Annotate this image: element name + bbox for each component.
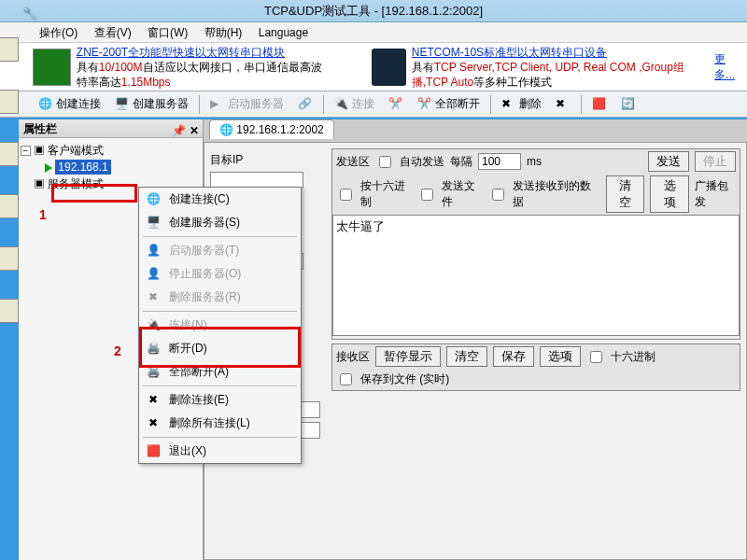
promo-link-1[interactable]: ZNE-200T全功能型快速以太网转串口模块 bbox=[77, 46, 285, 59]
disconnect-all-icon: 🖨️ bbox=[145, 365, 162, 380]
desktop-icons bbox=[0, 22, 19, 560]
hex-send-checkbox[interactable] bbox=[340, 189, 352, 201]
interval-ms-input[interactable] bbox=[478, 153, 521, 170]
server-icon: 🖥️ bbox=[115, 97, 130, 112]
tb-start-server[interactable]: ▶启动服务器 bbox=[204, 93, 289, 115]
hex-recv-checkbox[interactable] bbox=[590, 351, 602, 363]
stop-server-icon: 👤 bbox=[145, 267, 162, 282]
app-icon: 🔧 bbox=[22, 3, 37, 18]
exit-icon: 🟥 bbox=[145, 444, 162, 459]
ms-label-2: ms bbox=[527, 155, 542, 168]
delete-conn-icon: ✖ bbox=[145, 393, 162, 408]
pin-icon[interactable]: 📌 bbox=[172, 121, 186, 140]
annotation-1: 1 bbox=[39, 207, 47, 222]
ctx-delete-all-conn[interactable]: ✖删除所有连接(L) bbox=[139, 412, 301, 435]
properties-header: 属性栏 📌 ✕ bbox=[19, 119, 203, 138]
globe-icon: 🌐 bbox=[38, 97, 53, 112]
send-file-label: 发送文件 bbox=[442, 178, 483, 210]
pause-display-button[interactable]: 暂停显示 bbox=[375, 346, 441, 367]
context-menu: 🌐创建连接(C) 🖥️创建服务器(S) 👤启动服务器(T) 👤停止服务器(O) … bbox=[138, 187, 302, 464]
disconnect-icon: ✂️ bbox=[388, 97, 403, 112]
tb-disconnect-all[interactable]: ✂️全部断开 bbox=[412, 93, 486, 115]
start-icon: ▶ bbox=[210, 97, 225, 112]
send-file-checkbox[interactable] bbox=[421, 189, 433, 201]
tree-client-mode[interactable]: −▣ 客户端模式 bbox=[21, 142, 201, 159]
close-icon[interactable]: ✕ bbox=[190, 121, 199, 140]
save-file-label: 保存到文件 (实时) bbox=[360, 371, 449, 387]
ctx-create-server[interactable]: 🖥️创建服务器(S) bbox=[139, 211, 301, 234]
tb-unknown1[interactable]: 🔗 bbox=[292, 94, 318, 115]
echo-checkbox[interactable] bbox=[492, 189, 504, 201]
connect-icon: 🔌 bbox=[334, 97, 349, 112]
promo-link-2[interactable]: NETCOM-10S标准型以太网转串口设备 bbox=[412, 46, 607, 59]
delete-icon: ✖ bbox=[501, 97, 516, 112]
product-image-1 bbox=[33, 49, 71, 86]
disconnect-icon: 🖨️ bbox=[145, 342, 162, 357]
clear-recv-button[interactable]: 清空 bbox=[446, 346, 487, 367]
tb-connect[interactable]: 🔌连接 bbox=[329, 93, 380, 115]
refresh-icon: 🔄 bbox=[621, 97, 636, 112]
send-area-label: 发送区 bbox=[336, 154, 370, 170]
save-file-checkbox[interactable] bbox=[340, 373, 352, 385]
broadcast-label: 广播包发 bbox=[695, 178, 736, 210]
disconnect-all-icon: ✂️ bbox=[417, 97, 432, 112]
ctx-start-server: 👤启动服务器(T) bbox=[139, 239, 301, 262]
annotation-2: 2 bbox=[114, 343, 121, 358]
delete-server-icon: ✖ bbox=[145, 290, 162, 305]
stop-button[interactable]: 停止 bbox=[695, 151, 736, 172]
menu-help[interactable]: 帮助(H) bbox=[198, 22, 249, 44]
ctx-delete-server: ✖删除服务器(R) bbox=[139, 286, 301, 309]
delete-all-icon: ✖ bbox=[145, 416, 162, 431]
ctx-disconnect[interactable]: 🖨️断开(D) bbox=[139, 337, 301, 360]
stop-icon: 🟥 bbox=[592, 97, 607, 112]
ctx-exit[interactable]: 🟥退出(X) bbox=[139, 440, 301, 463]
send-options-button[interactable]: 选项 bbox=[650, 175, 689, 213]
recv-area-label: 接收区 bbox=[336, 349, 370, 365]
delete-icon-2: ✖ bbox=[556, 97, 571, 112]
menu-language[interactable]: Language bbox=[252, 23, 315, 42]
server-icon: 🖥️ bbox=[145, 216, 162, 231]
every-label: 每隔 bbox=[450, 154, 472, 170]
menu-view[interactable]: 查看(V) bbox=[88, 22, 138, 44]
send-textarea[interactable]: 太牛逼了 bbox=[332, 215, 740, 336]
tab-connection[interactable]: 🌐 192.168.1.2:2002 bbox=[209, 119, 334, 139]
more-link[interactable]: 更多... bbox=[714, 52, 735, 81]
send-button[interactable]: 发送 bbox=[648, 151, 689, 172]
autosend-label: 自动发送 bbox=[400, 154, 444, 170]
promo-banner: ZNE-200T全功能型快速以太网转串口模块 具有10/100M自适应以太网接口… bbox=[0, 43, 747, 91]
ctx-stop-server: 👤停止服务器(O) bbox=[139, 262, 301, 286]
start-icon: 👤 bbox=[145, 244, 162, 259]
ctx-delete-conn[interactable]: ✖删除连接(E) bbox=[139, 388, 301, 412]
tb-refresh[interactable]: 🔄 bbox=[615, 94, 641, 115]
tree-ip-node[interactable]: 192.168.1 bbox=[21, 159, 201, 175]
titlebar: 🔧 TCP&UDP测试工具 - [192.168.1.2:2002] bbox=[0, 0, 747, 22]
recv-options-button[interactable]: 选项 bbox=[540, 346, 581, 367]
play-icon bbox=[45, 163, 52, 173]
link-icon: 🔗 bbox=[298, 97, 313, 112]
tb-stop[interactable]: 🟥 bbox=[586, 94, 613, 115]
autosend-checkbox[interactable] bbox=[379, 156, 391, 168]
globe-icon: 🌐 bbox=[145, 192, 162, 207]
menubar: 操作(O) 查看(V) 窗口(W) 帮助(H) Language bbox=[0, 22, 747, 43]
ctx-create-conn[interactable]: 🌐创建连接(C) bbox=[139, 188, 301, 211]
document-tabs: 🌐 192.168.1.2:2002 bbox=[204, 119, 747, 142]
tb-disc[interactable]: ✂️ bbox=[383, 94, 409, 115]
toolbar: 🌐创建连接 🖥️创建服务器 ▶启动服务器 🔗 🔌连接 ✂️ ✂️全部断开 ✖删除… bbox=[0, 91, 747, 118]
save-button[interactable]: 保存 bbox=[493, 346, 534, 367]
menu-window[interactable]: 窗口(W) bbox=[141, 22, 194, 44]
ctx-disconnect-all[interactable]: 🖨️全部断开(A) bbox=[139, 360, 301, 384]
tree-selected-ip: 192.168.1 bbox=[55, 160, 110, 175]
clear-send-button[interactable]: 清空 bbox=[606, 175, 645, 213]
connect-icon: 🔌 bbox=[145, 318, 162, 333]
menu-op[interactable]: 操作(O) bbox=[33, 22, 84, 44]
product-image-2 bbox=[372, 49, 406, 86]
hex-send-label: 按十六进制 bbox=[360, 178, 412, 210]
ctx-connect: 🔌连接(N) bbox=[139, 314, 301, 337]
echo-label: 发送接收到的数据 bbox=[513, 178, 595, 210]
tb-del2[interactable]: ✖ bbox=[550, 94, 576, 115]
target-ip-label: 目标IP bbox=[210, 152, 261, 168]
tb-create-server[interactable]: 🖥️创建服务器 bbox=[109, 93, 194, 115]
tb-delete[interactable]: ✖删除 bbox=[496, 93, 547, 115]
hex-recv-label: 十六进制 bbox=[611, 349, 655, 365]
tb-create-conn[interactable]: 🌐创建连接 bbox=[33, 93, 106, 115]
